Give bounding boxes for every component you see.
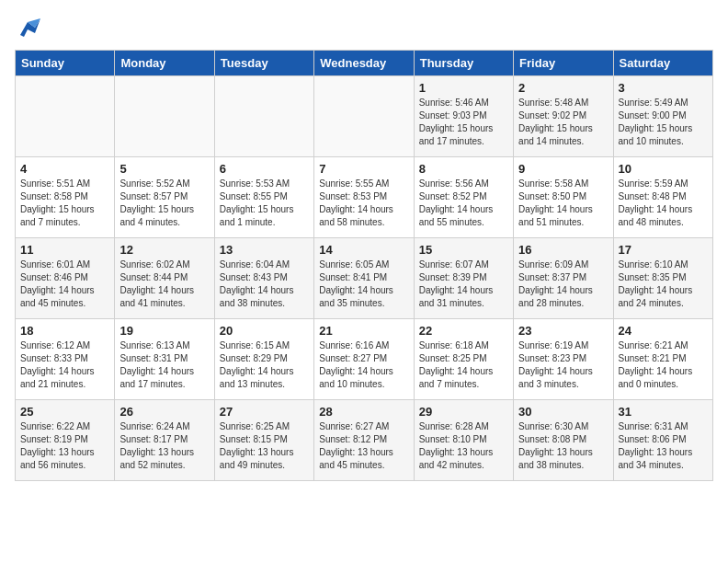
- calendar-cell: 18Sunrise: 6:12 AM Sunset: 8:33 PM Dayli…: [16, 319, 115, 400]
- calendar-cell: 10Sunrise: 5:59 AM Sunset: 8:48 PM Dayli…: [613, 157, 712, 238]
- calendar-cell: 24Sunrise: 6:21 AM Sunset: 8:21 PM Dayli…: [613, 319, 712, 400]
- calendar-cell: 30Sunrise: 6:30 AM Sunset: 8:08 PM Dayli…: [514, 400, 613, 481]
- day-number: 13: [220, 243, 309, 257]
- day-info: Sunrise: 5:46 AM Sunset: 9:03 PM Dayligh…: [419, 97, 508, 148]
- calendar-cell: 21Sunrise: 6:16 AM Sunset: 8:27 PM Dayli…: [314, 319, 414, 400]
- day-number: 24: [619, 324, 708, 338]
- calendar-cell: 13Sunrise: 6:04 AM Sunset: 8:43 PM Dayli…: [214, 238, 313, 319]
- calendar-cell: 7Sunrise: 5:55 AM Sunset: 8:53 PM Daylig…: [314, 157, 414, 238]
- calendar-header-row: SundayMondayTuesdayWednesdayThursdayFrid…: [16, 51, 713, 76]
- calendar-cell: 29Sunrise: 6:28 AM Sunset: 8:10 PM Dayli…: [414, 400, 513, 481]
- day-number: 28: [319, 405, 408, 419]
- day-info: Sunrise: 5:56 AM Sunset: 8:52 PM Dayligh…: [419, 178, 508, 229]
- day-info: Sunrise: 6:01 AM Sunset: 8:46 PM Dayligh…: [20, 259, 109, 310]
- day-number: 26: [119, 405, 209, 419]
- calendar-cell: 27Sunrise: 6:25 AM Sunset: 8:15 PM Dayli…: [214, 400, 313, 481]
- day-header-monday: Monday: [115, 51, 214, 76]
- calendar-cell: 9Sunrise: 5:58 AM Sunset: 8:50 PM Daylig…: [514, 157, 613, 238]
- day-info: Sunrise: 6:02 AM Sunset: 8:44 PM Dayligh…: [119, 259, 209, 310]
- day-number: 8: [419, 162, 508, 176]
- calendar-cell: 20Sunrise: 6:15 AM Sunset: 8:29 PM Dayli…: [214, 319, 313, 400]
- day-info: Sunrise: 6:13 AM Sunset: 8:31 PM Dayligh…: [119, 339, 209, 391]
- day-number: 15: [419, 243, 508, 257]
- day-info: Sunrise: 5:59 AM Sunset: 8:48 PM Dayligh…: [619, 178, 708, 229]
- day-number: 10: [619, 162, 708, 176]
- day-info: Sunrise: 6:19 AM Sunset: 8:23 PM Dayligh…: [518, 339, 608, 391]
- day-info: Sunrise: 6:16 AM Sunset: 8:27 PM Dayligh…: [319, 339, 408, 391]
- day-number: 11: [20, 243, 109, 257]
- day-header-thursday: Thursday: [414, 51, 513, 76]
- calendar-cell: [115, 76, 214, 157]
- day-info: Sunrise: 6:21 AM Sunset: 8:21 PM Dayligh…: [619, 339, 708, 391]
- day-number: 22: [419, 324, 508, 338]
- day-info: Sunrise: 5:55 AM Sunset: 8:53 PM Dayligh…: [319, 178, 408, 229]
- day-number: 18: [20, 324, 109, 338]
- calendar-table: SundayMondayTuesdayWednesdayThursdayFrid…: [15, 50, 713, 481]
- calendar-cell: 23Sunrise: 6:19 AM Sunset: 8:23 PM Dayli…: [514, 319, 613, 400]
- day-number: 27: [220, 405, 309, 419]
- calendar-cell: 17Sunrise: 6:10 AM Sunset: 8:35 PM Dayli…: [613, 238, 712, 319]
- calendar-cell: 1Sunrise: 5:46 AM Sunset: 9:03 PM Daylig…: [414, 76, 513, 157]
- day-info: Sunrise: 6:31 AM Sunset: 8:06 PM Dayligh…: [619, 420, 708, 472]
- day-info: Sunrise: 5:51 AM Sunset: 8:58 PM Dayligh…: [20, 178, 109, 229]
- day-number: 3: [619, 81, 708, 95]
- week-row-3: 11Sunrise: 6:01 AM Sunset: 8:46 PM Dayli…: [16, 238, 713, 319]
- day-info: Sunrise: 6:22 AM Sunset: 8:19 PM Dayligh…: [20, 420, 109, 472]
- logo: [15, 15, 44, 40]
- calendar-cell: 5Sunrise: 5:52 AM Sunset: 8:57 PM Daylig…: [115, 157, 214, 238]
- calendar-cell: 28Sunrise: 6:27 AM Sunset: 8:12 PM Dayli…: [314, 400, 414, 481]
- week-row-2: 4Sunrise: 5:51 AM Sunset: 8:58 PM Daylig…: [16, 157, 713, 238]
- day-header-sunday: Sunday: [16, 51, 115, 76]
- day-info: Sunrise: 6:25 AM Sunset: 8:15 PM Dayligh…: [220, 420, 309, 472]
- day-header-friday: Friday: [514, 51, 613, 76]
- day-number: 12: [119, 243, 209, 257]
- page-header: [15, 15, 713, 40]
- calendar-cell: 3Sunrise: 5:49 AM Sunset: 9:00 PM Daylig…: [613, 76, 712, 157]
- day-header-tuesday: Tuesday: [214, 51, 313, 76]
- day-number: 2: [518, 81, 608, 95]
- day-info: Sunrise: 6:05 AM Sunset: 8:41 PM Dayligh…: [319, 259, 408, 310]
- logo-icon: [15, 15, 40, 40]
- day-info: Sunrise: 6:30 AM Sunset: 8:08 PM Dayligh…: [518, 420, 608, 472]
- calendar-cell: 15Sunrise: 6:07 AM Sunset: 8:39 PM Dayli…: [414, 238, 513, 319]
- calendar-cell: 22Sunrise: 6:18 AM Sunset: 8:25 PM Dayli…: [414, 319, 513, 400]
- day-info: Sunrise: 6:24 AM Sunset: 8:17 PM Dayligh…: [119, 420, 209, 472]
- calendar-cell: 14Sunrise: 6:05 AM Sunset: 8:41 PM Dayli…: [314, 238, 414, 319]
- day-number: 25: [20, 405, 109, 419]
- day-info: Sunrise: 6:15 AM Sunset: 8:29 PM Dayligh…: [220, 339, 309, 391]
- day-number: 31: [619, 405, 708, 419]
- day-number: 7: [319, 162, 408, 176]
- day-info: Sunrise: 5:58 AM Sunset: 8:50 PM Dayligh…: [518, 178, 608, 229]
- day-number: 1: [419, 81, 508, 95]
- calendar-cell: [16, 76, 115, 157]
- day-info: Sunrise: 6:10 AM Sunset: 8:35 PM Dayligh…: [619, 259, 708, 310]
- day-info: Sunrise: 5:52 AM Sunset: 8:57 PM Dayligh…: [119, 178, 209, 229]
- day-info: Sunrise: 6:09 AM Sunset: 8:37 PM Dayligh…: [518, 259, 608, 310]
- day-number: 30: [518, 405, 608, 419]
- week-row-4: 18Sunrise: 6:12 AM Sunset: 8:33 PM Dayli…: [16, 319, 713, 400]
- week-row-1: 1Sunrise: 5:46 AM Sunset: 9:03 PM Daylig…: [16, 76, 713, 157]
- day-number: 6: [220, 162, 309, 176]
- calendar-cell: 4Sunrise: 5:51 AM Sunset: 8:58 PM Daylig…: [16, 157, 115, 238]
- calendar-cell: 26Sunrise: 6:24 AM Sunset: 8:17 PM Dayli…: [115, 400, 214, 481]
- calendar-cell: [314, 76, 414, 157]
- calendar-cell: 16Sunrise: 6:09 AM Sunset: 8:37 PM Dayli…: [514, 238, 613, 319]
- week-row-5: 25Sunrise: 6:22 AM Sunset: 8:19 PM Dayli…: [16, 400, 713, 481]
- day-number: 14: [319, 243, 408, 257]
- day-info: Sunrise: 6:12 AM Sunset: 8:33 PM Dayligh…: [20, 339, 109, 391]
- day-header-saturday: Saturday: [613, 51, 712, 76]
- day-number: 17: [619, 243, 708, 257]
- day-info: Sunrise: 6:28 AM Sunset: 8:10 PM Dayligh…: [419, 420, 508, 472]
- calendar-cell: 25Sunrise: 6:22 AM Sunset: 8:19 PM Dayli…: [16, 400, 115, 481]
- calendar-cell: 11Sunrise: 6:01 AM Sunset: 8:46 PM Dayli…: [16, 238, 115, 319]
- calendar-body: 1Sunrise: 5:46 AM Sunset: 9:03 PM Daylig…: [16, 76, 713, 481]
- day-info: Sunrise: 6:04 AM Sunset: 8:43 PM Dayligh…: [220, 259, 309, 310]
- calendar-cell: 19Sunrise: 6:13 AM Sunset: 8:31 PM Dayli…: [115, 319, 214, 400]
- day-number: 4: [20, 162, 109, 176]
- day-info: Sunrise: 5:49 AM Sunset: 9:00 PM Dayligh…: [619, 97, 708, 148]
- day-info: Sunrise: 6:07 AM Sunset: 8:39 PM Dayligh…: [419, 259, 508, 310]
- calendar-cell: 12Sunrise: 6:02 AM Sunset: 8:44 PM Dayli…: [115, 238, 214, 319]
- day-number: 19: [119, 324, 209, 338]
- calendar-cell: 31Sunrise: 6:31 AM Sunset: 8:06 PM Dayli…: [613, 400, 712, 481]
- calendar-cell: 6Sunrise: 5:53 AM Sunset: 8:55 PM Daylig…: [214, 157, 313, 238]
